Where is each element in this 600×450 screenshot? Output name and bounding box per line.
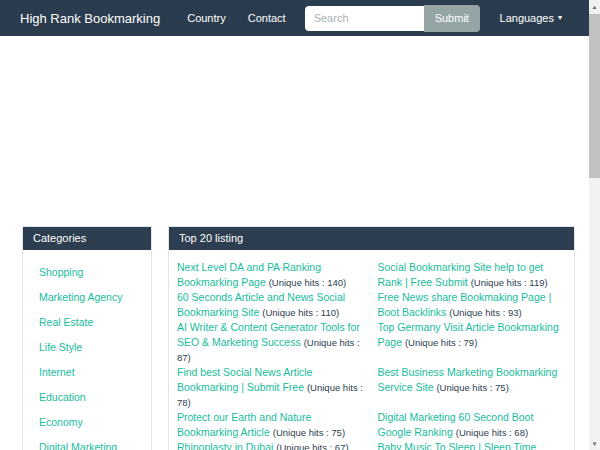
categories-panel: Categories ShoppingMarketing AgencyReal … xyxy=(22,226,152,450)
listing-cell: Digital Marketing 60 Second Boot Google … xyxy=(378,410,567,440)
unique-hits-count: (Unique hits : 79) xyxy=(405,337,477,348)
listing-link[interactable]: Rhinoplasty in Dubai xyxy=(177,441,273,450)
scrollbar-thumb[interactable] xyxy=(589,14,600,178)
sidebar-item-life-style[interactable]: Life Style xyxy=(23,334,151,359)
unique-hits-count: (Unique hits : 119) xyxy=(471,277,548,288)
sidebar-item-marketing-agency[interactable]: Marketing Agency xyxy=(23,284,151,309)
unique-hits-count: (Unique hits : 140) xyxy=(269,277,347,288)
categories-list: ShoppingMarketing AgencyReal EstateLife … xyxy=(23,250,151,450)
listing-cell: Free News share Bookmaking Page | Boot B… xyxy=(378,290,567,320)
unique-hits-count: (Unique hits : 75) xyxy=(273,427,345,438)
listing-cell: Best Business Marketing Bookmarking Serv… xyxy=(378,365,567,410)
search-submit-button[interactable]: Submit xyxy=(424,5,480,32)
categories-panel-title: Categories xyxy=(23,227,151,250)
top-listing-panel-title: Top 20 listing xyxy=(169,227,574,250)
main-content: Categories ShoppingMarketing AgencyReal … xyxy=(22,226,575,450)
brand-link[interactable]: High Rank Bookmarking xyxy=(20,11,160,26)
languages-label: Languages xyxy=(500,12,554,24)
sidebar-item-economy[interactable]: Economy xyxy=(23,409,151,434)
listing-row: Next Level DA and PA Ranking Bookmarking… xyxy=(177,260,566,290)
unique-hits-count: (Unique hits : 68) xyxy=(456,427,528,438)
sidebar-item-education[interactable]: Education xyxy=(23,384,151,409)
listing-cell: Rhinoplasty in Dubai (Unique hits : 67) xyxy=(177,440,366,450)
listing-link[interactable]: Baby Music To Sleep | Sleep Time Music F… xyxy=(378,441,537,450)
listing-cell: Protect our Earth and Nature Bookmarking… xyxy=(177,410,366,440)
unique-hits-count: (Unique hits : 110) xyxy=(262,307,339,318)
search-group: Submit xyxy=(305,5,480,32)
listing-row: AI Writer & Content Generator Tools for … xyxy=(177,320,566,365)
listing-cell: Baby Music To Sleep | Sleep Time Music F… xyxy=(378,440,567,450)
listing-row: 60 Seconds Article and News Social Bookm… xyxy=(177,290,566,320)
listing-cell: AI Writer & Content Generator Tools for … xyxy=(177,320,366,365)
sidebar-item-shopping[interactable]: Shopping xyxy=(23,259,151,284)
sidebar-item-internet[interactable]: Internet xyxy=(23,359,151,384)
sidebar-item-digital-marketing[interactable]: Digital Marketing xyxy=(23,434,151,450)
listing-cell: Social Bookmarking Site help to get Rank… xyxy=(378,260,567,290)
vertical-scrollbar[interactable]: ▲ ▼ xyxy=(589,0,600,450)
listing-cell: 60 Seconds Article and News Social Bookm… xyxy=(177,290,366,320)
top-listing-panel: Top 20 listing Next Level DA and PA Rank… xyxy=(168,226,575,450)
listing-row: Protect our Earth and Nature Bookmarking… xyxy=(177,410,566,440)
unique-hits-count: (Unique hits : 75) xyxy=(436,382,508,393)
listing-cell: Top Germany Visit Article Bookmarking Pa… xyxy=(378,320,567,365)
caret-down-icon: ▾ xyxy=(558,14,562,22)
scroll-down-icon[interactable]: ▼ xyxy=(589,437,600,450)
nav-link-contact[interactable]: Contact xyxy=(248,12,286,24)
languages-dropdown[interactable]: Languages ▾ xyxy=(500,12,562,24)
navbar: High Rank Bookmarking Country Contact Su… xyxy=(0,0,589,36)
listing-row: Find best Social News Article Bookmarkin… xyxy=(177,365,566,410)
nav-link-country[interactable]: Country xyxy=(187,12,226,24)
listing-cell: Find best Social News Article Bookmarkin… xyxy=(177,365,366,410)
listing-link[interactable]: Find best Social News Article Bookmarkin… xyxy=(177,366,312,393)
unique-hits-count: (Unique hits : 67) xyxy=(276,442,348,450)
search-input[interactable] xyxy=(305,6,424,31)
listing-cell: Next Level DA and PA Ranking Bookmarking… xyxy=(177,260,366,290)
unique-hits-count: (Unique hits : 93) xyxy=(449,307,521,318)
top-listing-body: Next Level DA and PA Ranking Bookmarking… xyxy=(169,250,574,450)
scroll-up-icon[interactable]: ▲ xyxy=(589,0,600,13)
listing-row: Rhinoplasty in Dubai (Unique hits : 67)B… xyxy=(177,440,566,450)
sidebar-item-real-estate[interactable]: Real Estate xyxy=(23,309,151,334)
